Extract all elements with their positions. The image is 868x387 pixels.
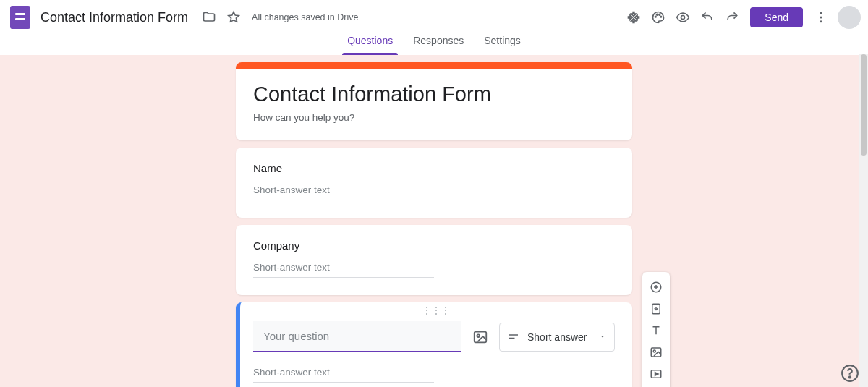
svg-point-17 xyxy=(653,350,655,352)
answer-placeholder: Short-answer text xyxy=(253,184,434,200)
question-card-editing[interactable]: ⋮⋮⋮ Short answer xyxy=(236,302,632,387)
account-avatar[interactable] xyxy=(838,6,861,29)
add-image-toolbar-icon[interactable] xyxy=(642,341,670,363)
svg-point-6 xyxy=(820,17,822,19)
document-title[interactable]: Contact Information Form xyxy=(38,9,191,27)
svg-point-0 xyxy=(655,16,657,17)
move-to-folder-icon[interactable] xyxy=(201,9,217,25)
tab-settings[interactable]: Settings xyxy=(474,35,531,55)
question-title-input[interactable] xyxy=(253,321,461,352)
svg-point-2 xyxy=(659,14,660,15)
svg-point-22 xyxy=(849,376,851,378)
save-status: All changes saved in Drive xyxy=(252,12,358,22)
drag-handle-icon[interactable]: ⋮⋮⋮ xyxy=(422,305,451,315)
chevron-down-icon xyxy=(598,331,607,343)
star-icon[interactable] xyxy=(226,9,242,25)
question-toolbar xyxy=(642,272,670,387)
undo-icon[interactable] xyxy=(699,9,715,25)
form-canvas: Contact Information Form How can you hel… xyxy=(0,55,868,387)
question-type-label: Short answer xyxy=(527,331,587,343)
question-label: Name xyxy=(253,162,615,174)
vertical-scrollbar[interactable] xyxy=(859,54,868,387)
preview-icon[interactable] xyxy=(675,9,691,25)
svg-point-7 xyxy=(820,20,822,22)
svg-point-3 xyxy=(660,16,662,17)
forms-logo-icon[interactable] xyxy=(10,6,30,29)
tab-responses[interactable]: Responses xyxy=(403,35,474,55)
svg-point-1 xyxy=(657,14,658,15)
send-button[interactable]: Send xyxy=(750,7,803,27)
question-card[interactable]: Name Short-answer text xyxy=(236,148,632,218)
form-title[interactable]: Contact Information Form xyxy=(253,82,615,106)
app-header: Contact Information Form All changes sav… xyxy=(0,0,868,35)
form-header-card[interactable]: Contact Information Form How can you hel… xyxy=(236,62,632,140)
question-card[interactable]: Company Short-answer text xyxy=(236,225,632,295)
tab-questions[interactable]: Questions xyxy=(337,35,403,55)
scrollbar-thumb[interactable] xyxy=(861,54,867,156)
question-type-select[interactable]: Short answer xyxy=(499,323,615,352)
form-tabs: Questions Responses Settings xyxy=(0,35,868,55)
redo-icon[interactable] xyxy=(724,9,740,25)
help-icon[interactable] xyxy=(841,364,861,384)
more-icon[interactable] xyxy=(813,9,829,25)
form-description[interactable]: How can you help you? xyxy=(253,112,615,123)
addons-icon[interactable] xyxy=(626,9,642,25)
answer-placeholder: Short-answer text xyxy=(253,262,434,278)
answer-placeholder: Short-answer text xyxy=(253,367,434,383)
customize-theme-icon[interactable] xyxy=(650,9,666,25)
add-title-icon[interactable] xyxy=(642,320,670,341)
svg-point-4 xyxy=(681,16,685,20)
svg-point-5 xyxy=(820,12,822,14)
question-label: Company xyxy=(253,239,615,252)
svg-point-9 xyxy=(477,334,480,337)
add-video-icon[interactable] xyxy=(642,363,670,385)
add-question-icon[interactable] xyxy=(642,276,670,298)
add-image-icon[interactable] xyxy=(472,328,489,346)
import-questions-icon[interactable] xyxy=(642,298,670,320)
